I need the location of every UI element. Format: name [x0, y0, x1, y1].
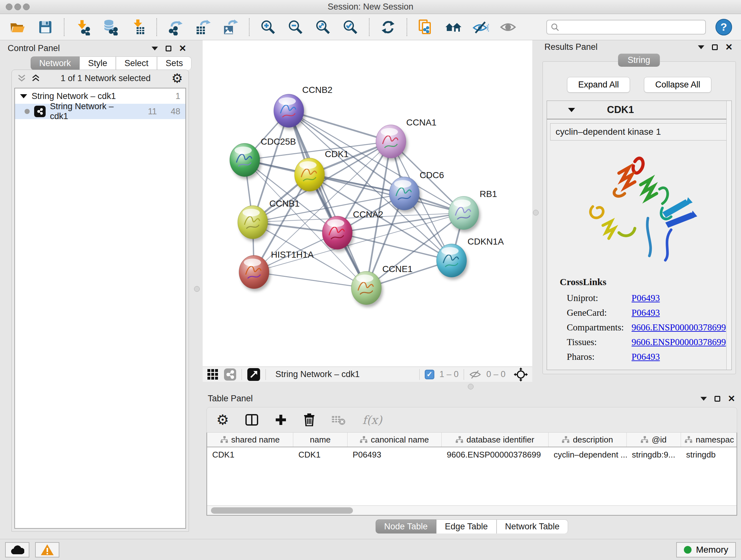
close-window-icon[interactable]: [6, 3, 12, 10]
collapse-all-icon[interactable]: [17, 74, 26, 82]
import-table-button[interactable]: [129, 18, 147, 36]
footer-separator: [464, 369, 464, 380]
float-panel-icon[interactable]: [715, 396, 720, 401]
crosslink-tissues-link[interactable]: 9606.ENSP00000378699: [631, 337, 726, 348]
clone-network-button[interactable]: [417, 18, 434, 36]
tab-select[interactable]: Select: [116, 57, 157, 70]
expand-all-button[interactable]: Expand All: [567, 77, 630, 92]
left-splitter-handle[interactable]: [194, 286, 200, 292]
tab-network-table[interactable]: Network Table: [496, 519, 568, 534]
panel-menu-icon[interactable]: [698, 45, 704, 49]
column-header-shared-name[interactable]: shared name: [207, 433, 293, 447]
crosslink-pharos-link[interactable]: P06493: [631, 352, 660, 362]
close-panel-icon[interactable]: ✕: [728, 394, 735, 403]
save-icon: [37, 19, 54, 36]
network-node-CCNB1[interactable]: CCNB1: [238, 199, 300, 239]
bottom-splitter-handle[interactable]: [468, 384, 474, 389]
show-all-networks-button[interactable]: [444, 18, 462, 36]
export-network-button[interactable]: [166, 18, 185, 36]
tab-network[interactable]: Network: [30, 57, 79, 70]
column-type-icon: [360, 436, 367, 443]
panel-menu-icon[interactable]: [151, 47, 158, 51]
node-label: CCNB2: [302, 85, 333, 95]
grid-mode-icon[interactable]: [207, 369, 219, 380]
tab-style[interactable]: Style: [79, 57, 116, 70]
crosslink-compartments-link[interactable]: 9606.ENSP00000378699: [631, 322, 726, 333]
tab-sets[interactable]: Sets: [157, 57, 192, 70]
column-header-id[interactable]: @id: [627, 433, 681, 447]
network-canvas[interactable]: CCNB2CCNA1CDC25BCDK1CDC6RB1CCNB1CCNA2CDK…: [203, 40, 532, 367]
tab-node-table[interactable]: Node Table: [376, 519, 436, 534]
status-bar: Memory: [0, 539, 741, 560]
zoom-in-button[interactable]: [259, 18, 277, 36]
save-session-button[interactable]: [37, 18, 54, 36]
add-column-plus-icon[interactable]: [275, 414, 287, 426]
entry-caret-icon[interactable]: [568, 108, 575, 112]
export-table-button[interactable]: [194, 18, 212, 36]
crosslink-genecard-link[interactable]: P06493: [631, 307, 660, 318]
column-header-canonical-name[interactable]: canonical name: [347, 433, 442, 447]
zoom-selected-button[interactable]: [341, 18, 359, 36]
crosslinks-section: CrossLinks Uniprot: P06493 GeneCard: P06…: [560, 276, 731, 364]
close-panel-icon[interactable]: ✕: [725, 43, 733, 52]
cloud-status-button[interactable]: [5, 542, 29, 557]
node-entry-header[interactable]: CDK1: [547, 101, 731, 119]
zoom-out-button[interactable]: [286, 18, 305, 36]
network-node-RB1[interactable]: RB1: [449, 189, 497, 230]
results-scrollbar[interactable]: [726, 101, 731, 370]
cloud-icon: [10, 545, 24, 555]
search-input[interactable]: [562, 22, 701, 32]
network-node-HIST1H1A[interactable]: HIST1H1A: [239, 250, 314, 289]
node-count: 11: [138, 107, 157, 117]
right-splitter-handle[interactable]: [533, 210, 539, 215]
open-session-button[interactable]: [9, 18, 27, 36]
float-panel-icon[interactable]: [165, 46, 172, 51]
minimize-window-icon[interactable]: [14, 3, 21, 10]
column-header-namespace[interactable]: namespac: [681, 433, 737, 447]
network-node-CCNA1[interactable]: CCNA1: [376, 118, 436, 158]
close-panel-icon[interactable]: ✕: [179, 44, 186, 53]
fit-selected-crosshair-icon[interactable]: [514, 368, 528, 381]
table-row[interactable]: CDK1 CDK1 P06493 9606.ENSP00000378699 cy…: [207, 447, 737, 462]
network-node-CCNE1[interactable]: CCNE1: [351, 264, 413, 305]
database-icon: [102, 19, 119, 36]
gear-icon[interactable]: ⚙: [172, 72, 183, 84]
network-node-CDKN1A[interactable]: CDKN1A: [436, 237, 504, 277]
warnings-button[interactable]: [35, 542, 59, 557]
tab-string[interactable]: String: [618, 54, 660, 67]
table-settings-gear-icon[interactable]: ⚙: [216, 413, 229, 427]
help-button[interactable]: ?: [716, 19, 732, 36]
column-header-name[interactable]: name: [293, 433, 347, 447]
refresh-button[interactable]: [379, 18, 397, 36]
hide-details-button[interactable]: [472, 18, 489, 36]
network-row[interactable]: String Network – cdk1 11 48: [15, 104, 185, 119]
selected-checkbox-icon[interactable]: ✓: [425, 370, 434, 379]
expand-all-icon[interactable]: [31, 74, 40, 82]
import-network-from-database-button[interactable]: [102, 18, 119, 36]
zoom-fit-button[interactable]: [314, 18, 332, 36]
network-view-mode-icon[interactable]: [224, 368, 237, 381]
toolbar-separator: [64, 18, 64, 36]
tab-edge-table[interactable]: Edge Table: [436, 519, 496, 534]
export-image-button[interactable]: [221, 18, 239, 36]
memory-button[interactable]: Memory: [676, 542, 736, 557]
column-header-description[interactable]: description: [549, 433, 627, 447]
panel-menu-icon[interactable]: [700, 397, 707, 401]
collapse-all-button[interactable]: Collapse All: [644, 77, 711, 92]
delete-column-trash-icon[interactable]: [304, 414, 315, 426]
show-columns-icon[interactable]: [246, 414, 258, 426]
collection-caret-icon[interactable]: [20, 94, 27, 98]
network-node-CDC25B[interactable]: CDC25B: [230, 137, 296, 177]
scrollbar-thumb[interactable]: [211, 507, 353, 514]
collection-count: 1: [176, 91, 180, 101]
birds-eye-view-icon[interactable]: [247, 368, 260, 381]
float-panel-icon[interactable]: [712, 44, 718, 50]
import-network-button[interactable]: [74, 18, 92, 36]
footer-separator: [419, 369, 420, 380]
crosslink-uniprot-link[interactable]: P06493: [631, 293, 660, 303]
column-type-icon: [562, 436, 569, 443]
maximize-window-icon[interactable]: [23, 3, 30, 10]
table-horizontal-scrollbar[interactable]: [207, 505, 737, 515]
column-header-database-identifier[interactable]: database identifier: [442, 433, 549, 447]
show-details-button[interactable]: [499, 18, 517, 36]
